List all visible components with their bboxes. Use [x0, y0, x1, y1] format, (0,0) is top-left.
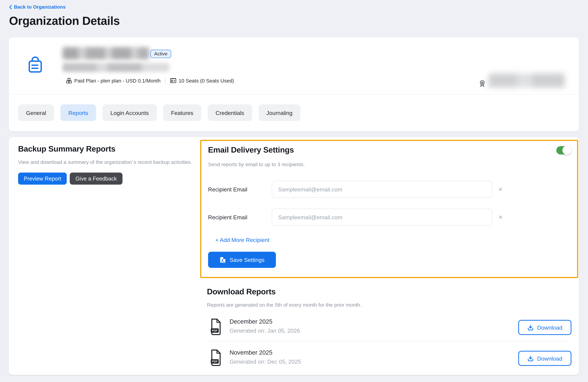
tab-login-accounts[interactable]: Login Accounts	[103, 104, 157, 121]
tab-journaling[interactable]: Journaling	[258, 104, 300, 121]
recipient-email-label-2: Recipient Email	[208, 214, 272, 221]
download-label: Download	[537, 355, 562, 362]
backup-summary-heading: Backup Summary Reports	[18, 144, 115, 153]
tab-bar: General Reports Login Accounts Features …	[18, 104, 300, 121]
save-icon	[219, 257, 226, 263]
email-settings-description: Send reports by email to up to 3 recipie…	[208, 161, 305, 167]
download-button-november[interactable]: Download	[518, 351, 571, 366]
org-meta-row: Paid Plan - plen plan - USD 0.1/Month 10…	[66, 77, 234, 84]
report-row-divider	[207, 341, 571, 341]
page: Back to Organizations Organization Detai…	[0, 0, 588, 382]
remove-recipient-icon-1[interactable]: ×	[499, 186, 503, 193]
download-reports-heading: Download Reports	[207, 287, 276, 296]
email-delivery-settings-panel: Email Delivery Settings Send reports by …	[200, 140, 578, 278]
svg-text:PDF: PDF	[212, 329, 218, 332]
page-title: Organization Details	[9, 14, 120, 28]
recipient-row-1: Recipient Email ×	[208, 181, 502, 198]
seats-id-card-icon	[170, 78, 176, 84]
download-label: Download	[537, 324, 562, 331]
download-reports-description: Reports are generated on the 5th of ever…	[207, 302, 361, 308]
plan-boxes-icon	[66, 78, 72, 84]
download-icon	[527, 324, 534, 331]
org-name-redacted	[63, 47, 149, 60]
download-icon	[527, 355, 534, 362]
tab-features[interactable]: Features	[163, 104, 201, 121]
report-row-december: PDF December 2025 Generated on: Jan 05, …	[210, 319, 300, 335]
backup-summary-actions: Preview Report Give a Feedback	[18, 173, 123, 185]
tab-reports[interactable]: Reports	[61, 104, 96, 121]
svg-text:PDF: PDF	[212, 360, 218, 363]
recipient-email-label-1: Recipient Email	[208, 186, 272, 193]
tab-credentials[interactable]: Credentials	[208, 104, 252, 121]
org-right-redacted	[488, 74, 565, 87]
back-chevron-icon	[9, 5, 12, 9]
back-link-label: Back to Organizations	[14, 4, 66, 10]
give-feedback-button[interactable]: Give a Feedback	[70, 173, 123, 185]
preview-report-button[interactable]: Preview Report	[18, 173, 67, 185]
report-row-texts: December 2025 Generated on: Jan 05, 2026	[230, 319, 300, 334]
save-settings-label: Save Settings	[230, 257, 265, 263]
seats-info-text: 10 Seats (0 Seats Used)	[179, 78, 234, 83]
org-right-meta	[479, 77, 565, 90]
plan-info-text: Paid Plan - plen plan - USD 0.1/Month	[74, 78, 161, 83]
report-row-november: PDF November 2025 Generated on: Dec 05, …	[210, 349, 301, 366]
tab-general[interactable]: General	[18, 104, 54, 121]
recipient-email-input-1[interactable]	[272, 181, 492, 198]
save-settings-button[interactable]: Save Settings	[208, 252, 276, 268]
reports-content-card: Backup Summary Reports View and download…	[9, 137, 579, 375]
email-delivery-toggle[interactable]	[556, 146, 571, 155]
report-month: November 2025	[230, 349, 301, 356]
backup-summary-description: View and download a summary of the organ…	[18, 160, 192, 165]
briefcase-icon	[26, 56, 44, 76]
meta-separator	[165, 77, 166, 84]
report-generated-date: Generated on: Jan 05, 2026	[230, 327, 300, 334]
report-generated-date: Generated on: Dec 05, 2025	[230, 358, 301, 365]
seats-info: 10 Seats (0 Seats Used)	[170, 78, 234, 84]
status-badge: Active	[150, 50, 171, 58]
download-button-december[interactable]: Download	[518, 320, 571, 335]
org-subtitle-redacted	[63, 63, 169, 72]
back-to-organizations-link[interactable]: Back to Organizations	[9, 4, 66, 10]
pdf-file-icon: PDF	[210, 349, 221, 366]
email-settings-heading: Email Delivery Settings	[208, 145, 294, 154]
recipient-row-2: Recipient Email ×	[208, 209, 502, 226]
plan-info: Paid Plan - plen plan - USD 0.1/Month	[66, 78, 161, 84]
pdf-file-icon: PDF	[210, 319, 221, 335]
report-row-texts: November 2025 Generated on: Dec 05, 2025	[230, 349, 301, 365]
remove-recipient-icon-2[interactable]: ×	[499, 214, 503, 221]
report-month: December 2025	[230, 319, 300, 325]
organization-card: Active Paid Plan - plen plan - USD 0.1/M…	[9, 37, 579, 131]
toggle-knob	[562, 146, 571, 155]
add-more-recipient-link[interactable]: + Add More Recipient	[215, 237, 270, 243]
recipient-email-input-2[interactable]	[272, 209, 492, 226]
award-ribbon-icon	[479, 80, 485, 87]
card-divider	[9, 94, 579, 95]
